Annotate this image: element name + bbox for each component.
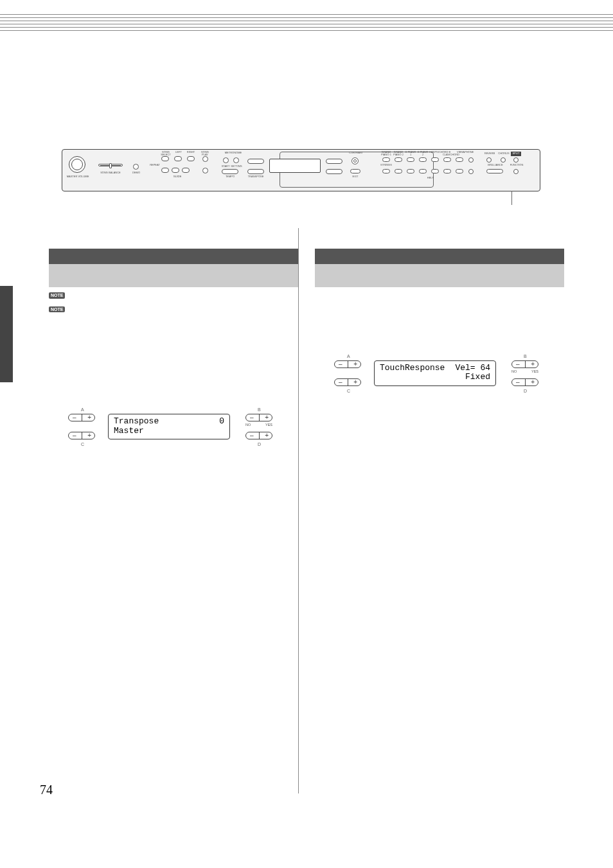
page-header-rules [0,0,613,31]
plus-icon: + [265,432,269,439]
minus-icon: – [516,360,520,368]
display-module-left: A – + – + C Transpose 0 Master B [49,407,298,452]
disp-letter-c: C [347,389,350,393]
chapter-tab [0,286,13,382]
lcd-l1-left: Transpose [114,417,159,426]
plus-icon: + [531,378,535,386]
button-b[interactable]: – + [245,414,272,421]
plus-icon: + [265,414,269,421]
minus-icon: – [73,432,76,439]
button-c[interactable]: – + [68,432,95,439]
page-number: 74 [40,783,53,797]
minus-icon: – [250,432,254,439]
plus-icon: + [531,360,535,368]
button-d[interactable]: – + [245,432,272,439]
plus-icon: + [87,432,91,439]
sub-yes: YES [265,423,272,427]
sub-no: NO [245,423,251,427]
minus-icon: – [516,378,520,386]
plus-icon: + [353,378,357,386]
display-module-right: A – + – + C TouchResponse Vel= 64 Fixed … [315,354,564,399]
lcd-l1-right: 0 [219,417,224,426]
sub-yes: YES [531,369,538,373]
right-title-light [315,264,564,287]
disp-letter-a: A [81,407,84,412]
note-icon: NOTE [49,292,65,299]
lcd-display-left: Transpose 0 Master [108,414,230,439]
disp-letter-a: A [347,354,350,359]
right-column: A – + – + C TouchResponse Vel= 64 Fixed … [315,249,564,399]
left-title-dark [49,249,298,264]
button-d[interactable]: – + [511,378,538,386]
lcd-l2: Fixed [380,373,490,382]
lcd-l1-right: Vel= 64 [455,364,490,373]
button-b[interactable]: – + [511,360,538,368]
minus-icon: – [339,360,342,368]
lcd-display-right: TouchResponse Vel= 64 Fixed [374,360,496,386]
minus-icon: – [250,414,254,421]
button-a[interactable]: – + [68,414,95,421]
plus-icon: + [353,360,357,368]
disp-letter-d: D [258,442,261,447]
right-title-dark [315,249,564,264]
left-column: NOTE NOTE A – + – + C Transpose 0 Ma [49,249,298,452]
sub-no: NO [511,369,517,373]
minus-icon: – [339,378,342,386]
button-c[interactable]: – + [334,378,361,386]
left-title-light [49,264,298,287]
disp-letter-b: B [524,354,527,359]
lcd-l2: Master [114,427,224,436]
plus-icon: + [87,414,91,421]
button-a[interactable]: – + [334,360,361,368]
disp-letter-c: C [81,442,84,447]
note-icon: NOTE [49,306,65,313]
minus-icon: – [73,414,76,421]
disp-letter-b: B [258,407,261,412]
disp-letter-d: D [524,389,527,393]
lcd-l1-left: TouchResponse [380,364,445,373]
